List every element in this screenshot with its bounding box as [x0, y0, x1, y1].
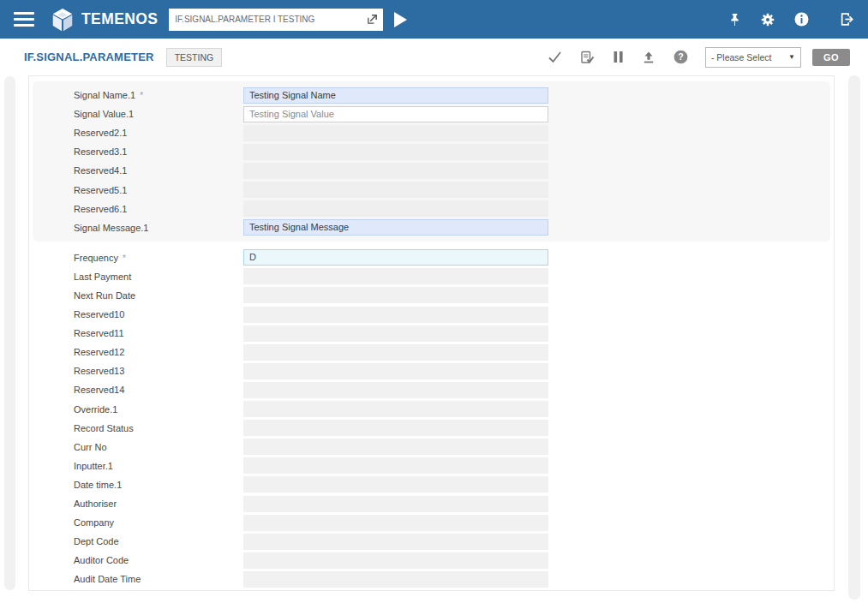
form-row: Reserved5.1 — [33, 180, 830, 199]
form-row: Date time.1 — [29, 475, 834, 494]
field-label: Curr No — [74, 442, 243, 452]
right-scrollbar-track[interactable] — [848, 75, 860, 600]
field-label-text: Dept Code — [74, 536, 119, 546]
command-line-box — [169, 9, 383, 31]
required-marker: * — [140, 91, 143, 100]
field-input-signal-message-1[interactable]: Testing Signal Message — [243, 219, 548, 236]
field-label: Date time.1 — [74, 480, 243, 490]
field-label: Reserved6.1 — [74, 204, 243, 214]
field-input-reserved5-1 — [243, 182, 548, 198]
field-label: Inputter.1 — [74, 461, 243, 471]
field-label-text: Reserved3.1 — [74, 146, 127, 157]
field-label: Reserved3.1 — [74, 146, 243, 157]
svg-text:?: ? — [678, 51, 683, 62]
field-input-reserved12 — [243, 344, 548, 361]
field-label: Override.1 — [74, 404, 243, 415]
field-input-frequency[interactable]: D — [243, 249, 548, 266]
temenos-logo: TEMENOS — [50, 7, 158, 33]
field-label-text: Inputter.1 — [74, 461, 113, 471]
field-label-text: Reserved14 — [74, 385, 124, 395]
form-row: Reserved6.1 — [33, 200, 830, 218]
form-row: Frequency*D — [29, 248, 834, 267]
field-input-audit-date-time — [243, 571, 548, 588]
field-label: Last Payment — [74, 272, 243, 282]
toolbar-actions: ? - Please Select ▼ GO — [548, 47, 850, 68]
form-row: Audit Date Time — [29, 570, 834, 588]
field-input-date-time-1 — [243, 476, 548, 493]
form-row: Company — [29, 513, 834, 532]
hamburger-menu-icon[interactable] — [14, 12, 34, 27]
upload-icon[interactable] — [642, 51, 655, 64]
field-input-inputter-1 — [243, 457, 548, 474]
field-label: Reserved4.1 — [74, 165, 243, 176]
field-label-text: Reserved2.1 — [74, 128, 127, 138]
header-actions — [728, 12, 854, 27]
field-label: Record Status — [74, 423, 243, 433]
field-label: Signal Name.1* — [74, 90, 243, 100]
field-input-reserved4-1 — [243, 163, 548, 179]
form-row: Authoriser — [29, 494, 834, 513]
left-scrollbar-track[interactable] — [4, 76, 15, 590]
field-input-reserved14 — [243, 382, 548, 398]
form-row: Reserved12 — [29, 343, 834, 361]
field-input-reserved6-1 — [243, 200, 548, 217]
form-row: Auditor Code — [29, 551, 834, 570]
form-row: Reserved11 — [29, 324, 834, 343]
field-input-reserved2-1 — [243, 125, 548, 141]
field-label: Next Run Date — [74, 290, 243, 301]
pin-icon[interactable] — [728, 13, 741, 27]
logout-icon[interactable] — [840, 12, 854, 27]
required-marker: * — [123, 254, 126, 263]
field-label: Reserved10 — [74, 309, 243, 319]
field-input-company — [243, 515, 548, 531]
action-select[interactable]: - Please Select ▼ — [705, 47, 801, 68]
field-label: Audit Date Time — [74, 574, 243, 584]
field-label-text: Reserved13 — [74, 366, 124, 376]
form-row: Reserved14 — [29, 380, 834, 399]
field-input-next-run-date — [243, 287, 548, 303]
form-row: Reserved4.1 — [33, 161, 830, 180]
form-row: Record Status — [29, 419, 834, 438]
field-label-text: Reserved12 — [74, 347, 124, 357]
field-label: Reserved12 — [74, 347, 243, 357]
field-input-signal-name-1[interactable]: Testing Signal Name — [243, 87, 548, 104]
field-label-text: Company — [74, 517, 114, 528]
field-input-reserved11 — [243, 325, 548, 342]
command-input[interactable] — [175, 15, 366, 24]
form-row: Inputter.1 — [29, 457, 834, 475]
info-icon[interactable] — [794, 12, 809, 27]
field-group-signal-multivalue: Signal Name.1*Testing Signal NameSignal … — [33, 81, 830, 242]
field-input-reserved3-1 — [243, 144, 548, 160]
field-label-text: Reserved4.1 — [74, 165, 127, 176]
field-label: Reserved2.1 — [74, 128, 243, 138]
gear-icon[interactable] — [760, 12, 775, 27]
field-label-text: Signal Name.1 — [74, 90, 135, 100]
field-label: Frequency* — [74, 253, 243, 263]
action-select-value: - Please Select — [711, 52, 772, 63]
run-play-icon[interactable] — [394, 12, 407, 27]
field-group-main: Frequency*DLast PaymentNext Run DateRese… — [29, 248, 834, 589]
field-label: Dept Code — [74, 536, 243, 546]
validate-doc-icon[interactable] — [580, 51, 595, 64]
field-label-text: Reserved6.1 — [74, 204, 127, 214]
field-input-override-1 — [243, 401, 548, 417]
help-icon[interactable]: ? — [673, 50, 688, 64]
commit-check-icon[interactable] — [548, 51, 562, 63]
go-button[interactable]: GO — [812, 49, 850, 66]
form-row: Reserved10 — [29, 305, 834, 324]
tab-testing[interactable]: TESTING — [166, 48, 223, 67]
field-input-reserved10 — [243, 307, 548, 323]
field-label-text: Reserved10 — [74, 309, 124, 319]
field-label: Signal Value.1 — [74, 109, 243, 119]
form-row: Next Run Date — [29, 286, 834, 305]
field-input-signal-value-1[interactable]: Testing Signal Value — [243, 106, 548, 122]
open-enquiry-icon[interactable] — [366, 13, 379, 26]
hold-pause-icon[interactable] — [613, 51, 624, 63]
chevron-down-icon: ▼ — [788, 53, 795, 61]
form-panel: Signal Name.1*Testing Signal NameSignal … — [28, 75, 835, 591]
field-label-text: Reserved5.1 — [74, 185, 127, 195]
field-input-curr-no — [243, 439, 548, 455]
field-label: Company — [74, 517, 243, 528]
field-input-reserved13 — [243, 363, 548, 379]
record-toolbar: IF.SIGNAL.PARAMETER TESTING — [0, 39, 868, 75]
